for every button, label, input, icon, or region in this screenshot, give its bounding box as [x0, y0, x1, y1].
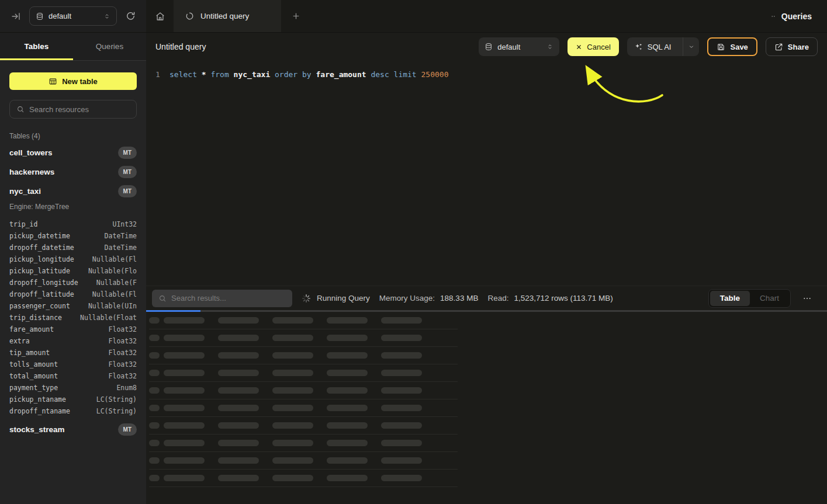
tab-label: Untitled query	[200, 12, 249, 20]
query-database-selector[interactable]: default	[479, 37, 559, 56]
query-progress-bar	[146, 310, 827, 312]
skeleton-cell	[327, 352, 368, 359]
column-row: total_amountFloat32	[9, 370, 137, 382]
column-type: DateTime	[101, 232, 137, 240]
skeleton-cell	[164, 335, 205, 341]
view-toggle: Table Chart	[708, 289, 791, 308]
close-icon	[576, 44, 582, 50]
table-item-nyc_taxi[interactable]: nyc_taxiMT	[9, 184, 137, 198]
cancel-label: Cancel	[587, 43, 610, 51]
new-tab-button[interactable]	[281, 0, 310, 32]
refresh-icon[interactable]	[123, 9, 138, 24]
new-table-button[interactable]: New table	[9, 72, 137, 90]
database-selector[interactable]: default	[29, 6, 117, 26]
skeleton-row	[149, 312, 458, 329]
column-name: pickup_datetime	[9, 232, 70, 240]
table-name: hackernews	[9, 168, 54, 176]
tables-section-label: Tables (4)	[9, 132, 137, 140]
skeleton-cell	[272, 405, 313, 411]
editor-line: 1 select * from nyc_taxi order by fare_a…	[146, 69, 827, 80]
share-button[interactable]: Share	[766, 37, 818, 56]
tab-untitled-query[interactable]: Untitled query	[174, 0, 281, 32]
skeleton-cell	[164, 475, 205, 481]
column-type: Float32	[105, 337, 137, 345]
column-row: tip_amountFloat32	[9, 347, 137, 359]
code-token: by	[302, 70, 312, 79]
skeleton-cell	[149, 405, 160, 411]
toggle-table[interactable]: Table	[710, 291, 750, 306]
collapse-sidebar-icon[interactable]	[8, 9, 23, 24]
table-item-cell_towers[interactable]: cell_towersMT	[9, 145, 137, 159]
sql-ai-main[interactable]: SQL AI	[627, 37, 679, 56]
code-token: fare_amount	[316, 70, 366, 79]
skeleton-cell	[327, 475, 368, 481]
home-tab[interactable]	[146, 0, 174, 32]
sql-console-app: default Untitled query Queries	[0, 0, 827, 504]
search-resources-input[interactable]: Search resources	[9, 100, 137, 119]
results-panel: Search results... Running Query Memory U…	[146, 286, 827, 504]
skeleton-row	[149, 417, 458, 435]
tab-strip: Untitled query Queries	[146, 0, 827, 32]
column-name: dropoff_ntaname	[9, 407, 70, 415]
read-value: 1,523,712 rows (113.71 MB)	[514, 294, 613, 303]
skeleton-cell	[149, 422, 160, 429]
tab-queries[interactable]: Queries	[73, 33, 146, 60]
column-name: fare_amount	[9, 325, 54, 333]
skeleton-cell	[327, 387, 368, 394]
query-database-value: default	[497, 43, 542, 51]
skeleton-cell	[327, 370, 368, 376]
tab-tables[interactable]: Tables	[0, 33, 73, 60]
toggle-chart[interactable]: Chart	[750, 291, 789, 306]
memory-label: Memory Usage:	[379, 294, 435, 303]
code-token: order	[275, 70, 297, 79]
skeleton-cell	[381, 387, 422, 394]
cancel-button[interactable]: Cancel	[568, 37, 618, 56]
more-options-button[interactable]	[800, 291, 814, 305]
table-name: cell_towers	[9, 148, 53, 157]
sparkles-icon	[634, 43, 643, 51]
skeleton-row	[149, 364, 458, 382]
skeleton-cell	[218, 457, 259, 464]
sql-ai-button[interactable]: SQL AI	[627, 37, 700, 56]
search-icon	[158, 294, 167, 303]
skeleton-cell	[164, 317, 205, 324]
column-row: dropoff_longitudeNullable(F	[9, 277, 137, 289]
database-icon	[36, 12, 44, 20]
code-token: 250000	[421, 70, 449, 79]
column-type: Nullable(F	[93, 279, 137, 287]
queries-link[interactable]: Queries	[769, 0, 827, 32]
skeleton-cell	[327, 422, 368, 429]
table-item-hackernews[interactable]: hackernewsMT	[9, 165, 137, 179]
column-type: DateTime	[101, 244, 137, 252]
column-name: tolls_amount	[9, 360, 58, 369]
column-type: UInt32	[109, 220, 137, 228]
code-token: from	[210, 70, 229, 79]
query-header: Untitled query default Cancel SQL AI	[146, 33, 827, 61]
sql-editor[interactable]: 1 select * from nyc_taxi order by fare_a…	[146, 61, 827, 286]
column-row: trip_idUInt32	[9, 218, 137, 230]
sql-ai-dropdown[interactable]	[683, 37, 699, 56]
table-item-stocks_stream[interactable]: stocks_streamMT	[9, 422, 137, 436]
skeleton-table	[146, 312, 827, 504]
table-name: nyc_taxi	[9, 187, 41, 196]
code-token: *	[202, 70, 206, 79]
column-row: pickup_longitudeNullable(Fl	[9, 253, 137, 265]
search-results-input[interactable]: Search results...	[152, 290, 292, 307]
search-icon	[16, 105, 25, 113]
save-button[interactable]: Save	[707, 37, 757, 56]
skeleton-cell	[149, 335, 160, 341]
chevron-updown-icon	[103, 13, 110, 20]
column-type: Float32	[105, 372, 137, 380]
skeleton-cell	[272, 335, 313, 341]
database-icon	[485, 43, 493, 51]
memory-value: 188.33 MB	[440, 294, 478, 303]
skeleton-cell	[272, 440, 313, 446]
column-row: payment_typeEnum8	[9, 382, 137, 394]
skeleton-cell	[149, 387, 160, 394]
column-type: Nullable(UIn	[85, 302, 137, 310]
column-row: dropoff_datetimeDateTime	[9, 242, 137, 253]
share-label: Share	[788, 43, 809, 51]
dots-icon	[769, 12, 777, 20]
plus-icon	[292, 12, 300, 20]
skeleton-cell	[327, 405, 368, 411]
